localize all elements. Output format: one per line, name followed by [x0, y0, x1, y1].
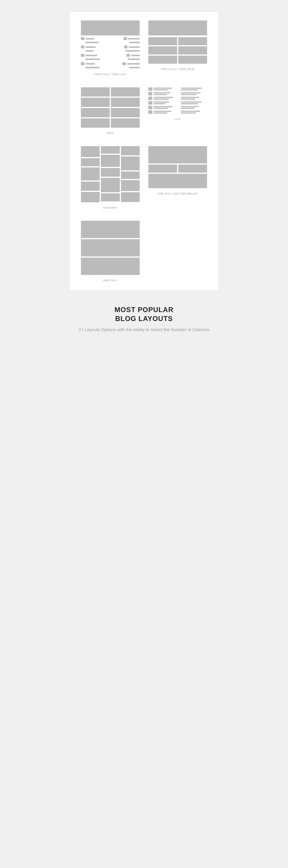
grid-cells: [148, 37, 207, 64]
layout-preview: [81, 21, 140, 69]
layout-preview: [148, 87, 207, 114]
layout-label: GRID: [106, 132, 114, 134]
layout-label: ONE FULL: [103, 279, 118, 282]
layout-preview: [81, 146, 140, 202]
masonry-columns: [81, 146, 140, 202]
layout-grid[interactable]: GRID: [81, 87, 140, 134]
full-image-block: [81, 21, 140, 35]
layout-label: FIRST FULL THEN GRID: [161, 68, 194, 71]
list-rows: [148, 87, 207, 114]
layout-preview: [81, 87, 140, 128]
layout-preview: [81, 221, 140, 275]
layout-label: FIRST FULL THEN LIST: [94, 73, 127, 76]
list-rows: [81, 37, 140, 69]
layouts-card: FIRST FULL THEN LIST FIRST FULL THEN GRI…: [69, 11, 219, 291]
layout-first-full-then-grid[interactable]: FIRST FULL THEN GRID: [148, 21, 207, 76]
grid-cells: [81, 87, 140, 128]
bottom-subtitle: 7+ Layouts Options with the Ability to S…: [78, 327, 210, 333]
title-line2: BLOG LAYOUTS: [115, 315, 173, 322]
bottom-section: MOST POPULAR BLOG LAYOUTS 7+ Layouts Opt…: [69, 291, 219, 342]
title-line1: MOST POPULAR: [115, 306, 174, 314]
layout-label: ONE FULL AND TWO BELOW: [158, 192, 198, 195]
bottom-title: MOST POPULAR BLOG LAYOUTS: [115, 305, 174, 323]
full-image-block: [148, 21, 207, 35]
layout-list[interactable]: LIST: [148, 87, 207, 134]
oftb-blocks: [148, 146, 207, 188]
layout-one-full[interactable]: ONE FULL: [81, 221, 140, 282]
layout-preview: [148, 146, 207, 188]
layout-masonry[interactable]: MASONRY: [81, 146, 140, 209]
layout-one-full-two-below[interactable]: ONE FULL AND TWO BELOW: [148, 146, 207, 209]
page-wrapper: FIRST FULL THEN LIST FIRST FULL THEN GRI…: [69, 11, 219, 857]
layout-label: MASONRY: [103, 206, 118, 209]
layout-label: LIST: [174, 118, 181, 121]
onefull-blocks: [81, 221, 140, 275]
layout-preview: [148, 21, 207, 64]
layout-first-full-then-list[interactable]: FIRST FULL THEN LIST: [81, 21, 140, 76]
